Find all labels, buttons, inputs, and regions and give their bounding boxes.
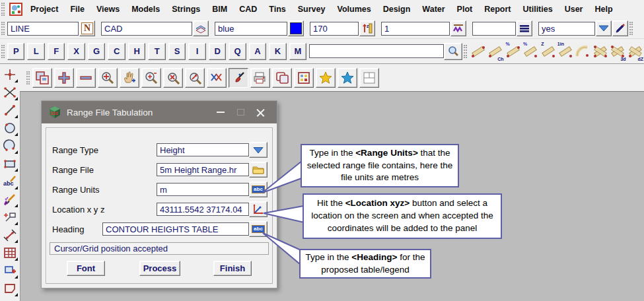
search-button[interactable] bbox=[444, 43, 462, 60]
location-xyz-input[interactable] bbox=[157, 203, 249, 216]
menu-help[interactable]: Help bbox=[589, 5, 618, 14]
snap-d-button[interactable]: D bbox=[209, 43, 226, 60]
model-layers-icon[interactable] bbox=[193, 20, 209, 36]
snap-s-button[interactable]: S bbox=[168, 43, 186, 60]
minimize-button[interactable] bbox=[211, 104, 231, 120]
snap-m-button[interactable]: M bbox=[289, 43, 306, 60]
snap-l-button[interactable]: L bbox=[27, 43, 44, 60]
view-plus-button[interactable] bbox=[54, 68, 74, 88]
favourite-yellow-button[interactable] bbox=[316, 68, 336, 88]
font-button[interactable]: Font bbox=[67, 261, 105, 276]
create-point-tool-button[interactable] bbox=[1, 209, 18, 226]
redraw-button[interactable] bbox=[229, 68, 248, 88]
zoom-pt-button[interactable] bbox=[185, 68, 205, 88]
edit-text-tool-button[interactable] bbox=[1, 191, 18, 208]
arc-tool-button[interactable] bbox=[1, 137, 18, 154]
rect-tool-button[interactable] bbox=[1, 155, 18, 172]
delete-view-button[interactable] bbox=[207, 68, 227, 88]
tinable-dropdown-button[interactable] bbox=[596, 20, 612, 36]
measure-grade-button[interactable]: % bbox=[504, 41, 521, 62]
snap-k-button[interactable]: K bbox=[269, 43, 286, 60]
measure-chainage-button[interactable]: Ch bbox=[487, 41, 504, 62]
menu-project[interactable]: Project bbox=[24, 5, 64, 14]
maximize-button[interactable] bbox=[231, 104, 250, 120]
circle-tool-button[interactable] bbox=[1, 119, 18, 137]
cadbar-grip[interactable] bbox=[1, 22, 5, 35]
cad-height-input[interactable] bbox=[310, 22, 359, 36]
measure-bearing-button[interactable] bbox=[470, 41, 487, 62]
eyedropper-button[interactable] bbox=[612, 20, 628, 36]
copy-view-button[interactable] bbox=[272, 68, 292, 88]
snap-h-button[interactable]: H bbox=[128, 43, 145, 60]
linestyle-icon[interactable] bbox=[517, 20, 532, 36]
table-tool-button[interactable] bbox=[1, 244, 18, 261]
menu-file[interactable]: File bbox=[64, 5, 90, 14]
range-file-browse-button[interactable] bbox=[249, 162, 268, 178]
line-tool-button[interactable] bbox=[1, 102, 18, 119]
zoom-shrink-button[interactable] bbox=[163, 68, 183, 88]
location-xyz-button[interactable] bbox=[249, 201, 268, 217]
layout-button[interactable] bbox=[359, 68, 379, 88]
menu-survey[interactable]: Survey bbox=[292, 5, 332, 14]
text-tool-button[interactable]: abc bbox=[1, 173, 18, 190]
pan-button[interactable] bbox=[120, 68, 139, 88]
measure-3d-button[interactable]: 3d bbox=[609, 41, 626, 62]
snap-t-button[interactable]: T bbox=[148, 43, 165, 60]
menu-strings[interactable]: Strings bbox=[166, 5, 206, 14]
favourite-blue-button[interactable] bbox=[338, 68, 357, 88]
menu-plot[interactable]: Plot bbox=[451, 5, 479, 14]
snap-g-button[interactable]: G bbox=[88, 43, 105, 60]
menu-volumes[interactable]: Volumes bbox=[331, 5, 376, 14]
cad-tinable-input[interactable] bbox=[538, 22, 595, 36]
zoom-fit-button[interactable] bbox=[98, 68, 118, 88]
menu-cad[interactable]: CAD bbox=[233, 5, 263, 14]
range-type-dropdown-button[interactable] bbox=[249, 142, 268, 158]
snap-a-button[interactable]: A bbox=[249, 43, 266, 60]
menu-user[interactable]: User bbox=[559, 5, 589, 14]
copy-tool-button[interactable] bbox=[1, 262, 18, 279]
menu-utilities[interactable]: Utilities bbox=[517, 5, 559, 14]
name-picker-button[interactable]: N bbox=[79, 20, 95, 36]
view-grid-button[interactable] bbox=[294, 68, 314, 88]
weight-icon[interactable] bbox=[450, 20, 466, 36]
range-file-input[interactable] bbox=[157, 163, 249, 176]
menu-bim[interactable]: BIM bbox=[206, 5, 233, 14]
range-type-input[interactable] bbox=[157, 143, 249, 156]
cadbar-grip2[interactable] bbox=[629, 22, 633, 35]
save-view-button[interactable] bbox=[32, 68, 52, 88]
heading-abc-button[interactable]: abc bbox=[249, 221, 268, 237]
snap-x-button[interactable]: X bbox=[67, 43, 85, 60]
close-button[interactable] bbox=[250, 104, 270, 120]
heading-input[interactable] bbox=[102, 222, 249, 236]
snap-c-button[interactable]: C bbox=[108, 43, 125, 60]
snapbar-grip[interactable] bbox=[1, 45, 5, 58]
cross-tool-button[interactable] bbox=[1, 84, 18, 101]
height-z-icon[interactable]: z bbox=[359, 20, 375, 36]
measure-grade2-button[interactable]: % bbox=[522, 41, 539, 62]
menu-views[interactable]: Views bbox=[90, 5, 125, 14]
colour-swatch-button[interactable] bbox=[288, 20, 304, 36]
measure-grip[interactable] bbox=[464, 45, 467, 58]
cad-colour-input[interactable] bbox=[215, 22, 287, 36]
menu-report[interactable]: Report bbox=[478, 5, 517, 14]
measure-dz-button[interactable]: dZ bbox=[627, 41, 644, 62]
finish-button[interactable]: Finish bbox=[213, 261, 252, 276]
search-input[interactable] bbox=[309, 44, 444, 58]
menu-water[interactable]: Water bbox=[416, 5, 450, 14]
menubar-grip[interactable] bbox=[1, 3, 5, 16]
viewbar-grip[interactable] bbox=[26, 71, 30, 84]
measure-z-button[interactable]: Z bbox=[539, 41, 556, 62]
point-tool-button[interactable] bbox=[1, 66, 18, 83]
cad-name-input[interactable] bbox=[7, 22, 79, 36]
zoom-button[interactable] bbox=[141, 68, 161, 88]
plot-button[interactable] bbox=[250, 68, 270, 88]
measure-tool-button[interactable] bbox=[1, 226, 18, 244]
range-units-input[interactable] bbox=[157, 183, 249, 196]
process-button[interactable]: Process bbox=[139, 261, 180, 276]
snap-p-button[interactable]: P bbox=[7, 43, 24, 60]
cad-weight-input[interactable] bbox=[381, 22, 450, 36]
menu-models[interactable]: Models bbox=[125, 5, 166, 14]
measure-arc-button[interactable] bbox=[574, 41, 591, 62]
dialog-titlebar[interactable]: 12d Range File Tabulation bbox=[42, 101, 277, 123]
snap-f-button[interactable]: F bbox=[48, 43, 65, 60]
